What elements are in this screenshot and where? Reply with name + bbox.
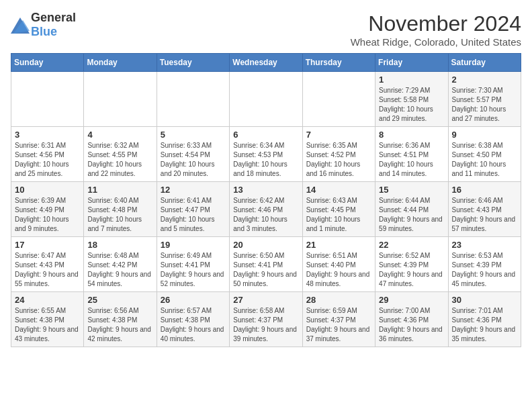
day-number: 12	[161, 185, 226, 195]
calendar-cell	[84, 72, 157, 127]
day-number: 23	[452, 240, 517, 250]
calendar-cell: 27Sunrise: 6:58 AM Sunset: 4:37 PM Dayli…	[230, 292, 302, 347]
day-number: 7	[306, 130, 371, 140]
cell-content: Sunrise: 7:30 AM Sunset: 5:57 PM Dayligh…	[452, 86, 517, 124]
calendar-cell: 9Sunrise: 6:38 AM Sunset: 4:50 PM Daylig…	[448, 127, 521, 182]
location: Wheat Ridge, Colorado, United States	[351, 36, 521, 48]
day-number: 4	[87, 130, 152, 140]
cell-content: Sunrise: 6:50 AM Sunset: 4:41 PM Dayligh…	[233, 251, 298, 289]
cell-content: Sunrise: 6:57 AM Sunset: 4:38 PM Dayligh…	[161, 306, 226, 344]
cell-content: Sunrise: 6:53 AM Sunset: 4:39 PM Dayligh…	[452, 251, 517, 289]
logo-general: General	[31, 11, 76, 24]
month-title: November 2024	[351, 11, 521, 36]
calendar-cell: 23Sunrise: 6:53 AM Sunset: 4:39 PM Dayli…	[448, 237, 521, 292]
cell-content: Sunrise: 6:32 AM Sunset: 4:55 PM Dayligh…	[87, 141, 152, 179]
cell-content: Sunrise: 6:48 AM Sunset: 4:42 PM Dayligh…	[87, 251, 152, 289]
day-number: 28	[306, 295, 371, 305]
calendar-cell: 7Sunrise: 6:35 AM Sunset: 4:52 PM Daylig…	[302, 127, 375, 182]
calendar-cell: 4Sunrise: 6:32 AM Sunset: 4:55 PM Daylig…	[84, 127, 157, 182]
day-number: 10	[15, 185, 80, 195]
cell-content: Sunrise: 6:42 AM Sunset: 4:46 PM Dayligh…	[233, 196, 298, 234]
day-number: 3	[15, 130, 80, 140]
calendar-cell: 6Sunrise: 6:34 AM Sunset: 4:53 PM Daylig…	[230, 127, 302, 182]
cell-content: Sunrise: 7:00 AM Sunset: 4:36 PM Dayligh…	[379, 306, 444, 344]
cell-content: Sunrise: 6:33 AM Sunset: 4:54 PM Dayligh…	[161, 141, 226, 179]
calendar-cell: 1Sunrise: 7:29 AM Sunset: 5:58 PM Daylig…	[375, 72, 448, 127]
calendar-cell	[230, 72, 302, 127]
calendar-cell: 16Sunrise: 6:46 AM Sunset: 4:43 PM Dayli…	[448, 182, 521, 237]
calendar-cell: 2Sunrise: 7:30 AM Sunset: 5:57 PM Daylig…	[448, 72, 521, 127]
day-number: 18	[87, 240, 152, 250]
day-number: 20	[233, 240, 298, 250]
col-sunday: Sunday	[11, 54, 84, 72]
day-number: 13	[233, 185, 298, 195]
calendar-cell: 26Sunrise: 6:57 AM Sunset: 4:38 PM Dayli…	[157, 292, 229, 347]
day-number: 5	[161, 130, 226, 140]
day-number: 14	[306, 185, 371, 195]
cell-content: Sunrise: 6:58 AM Sunset: 4:37 PM Dayligh…	[233, 306, 298, 344]
cell-content: Sunrise: 6:55 AM Sunset: 4:38 PM Dayligh…	[15, 306, 80, 344]
calendar-cell: 29Sunrise: 7:00 AM Sunset: 4:36 PM Dayli…	[375, 292, 448, 347]
calendar-header: Sunday Monday Tuesday Wednesday Thursday…	[11, 54, 521, 72]
cell-content: Sunrise: 6:59 AM Sunset: 4:37 PM Dayligh…	[306, 306, 371, 344]
col-tuesday: Tuesday	[157, 54, 229, 72]
calendar-cell: 24Sunrise: 6:55 AM Sunset: 4:38 PM Dayli…	[11, 292, 84, 347]
day-number: 22	[379, 240, 444, 250]
calendar-cell: 13Sunrise: 6:42 AM Sunset: 4:46 PM Dayli…	[230, 182, 302, 237]
day-number: 25	[87, 295, 152, 305]
day-number: 19	[161, 240, 226, 250]
cell-content: Sunrise: 6:49 AM Sunset: 4:41 PM Dayligh…	[161, 251, 226, 289]
calendar-cell	[157, 72, 229, 127]
calendar-cell: 21Sunrise: 6:51 AM Sunset: 4:40 PM Dayli…	[302, 237, 375, 292]
calendar-cell: 17Sunrise: 6:47 AM Sunset: 4:43 PM Dayli…	[11, 237, 84, 292]
calendar-cell: 8Sunrise: 6:36 AM Sunset: 4:51 PM Daylig…	[375, 127, 448, 182]
cell-content: Sunrise: 6:41 AM Sunset: 4:47 PM Dayligh…	[161, 196, 226, 234]
calendar-cell	[11, 72, 84, 127]
calendar-cell: 30Sunrise: 7:01 AM Sunset: 4:36 PM Dayli…	[448, 292, 521, 347]
col-monday: Monday	[84, 54, 157, 72]
day-number: 8	[379, 130, 444, 140]
calendar-cell: 28Sunrise: 6:59 AM Sunset: 4:37 PM Dayli…	[302, 292, 375, 347]
logo-text: General Blue	[31, 11, 76, 39]
calendar-cell: 10Sunrise: 6:39 AM Sunset: 4:49 PM Dayli…	[11, 182, 84, 237]
calendar-cell: 20Sunrise: 6:50 AM Sunset: 4:41 PM Dayli…	[230, 237, 302, 292]
cell-content: Sunrise: 6:40 AM Sunset: 4:48 PM Dayligh…	[87, 196, 152, 234]
calendar-cell: 25Sunrise: 6:56 AM Sunset: 4:38 PM Dayli…	[84, 292, 157, 347]
title-area: November 2024 Wheat Ridge, Colorado, Uni…	[351, 11, 521, 48]
day-number: 9	[452, 130, 517, 140]
day-number: 29	[379, 295, 444, 305]
day-number: 11	[87, 185, 152, 195]
cell-content: Sunrise: 7:29 AM Sunset: 5:58 PM Dayligh…	[379, 86, 444, 124]
day-number: 2	[452, 75, 517, 85]
day-number: 21	[306, 240, 371, 250]
cell-content: Sunrise: 6:39 AM Sunset: 4:49 PM Dayligh…	[15, 196, 80, 234]
logo-blue: Blue	[31, 25, 57, 38]
calendar-cell: 12Sunrise: 6:41 AM Sunset: 4:47 PM Dayli…	[157, 182, 229, 237]
cell-content: Sunrise: 6:34 AM Sunset: 4:53 PM Dayligh…	[233, 141, 298, 179]
col-thursday: Thursday	[302, 54, 375, 72]
cell-content: Sunrise: 6:35 AM Sunset: 4:52 PM Dayligh…	[306, 141, 371, 179]
day-number: 6	[233, 130, 298, 140]
calendar-cell: 14Sunrise: 6:43 AM Sunset: 4:45 PM Dayli…	[302, 182, 375, 237]
calendar-cell: 15Sunrise: 6:44 AM Sunset: 4:44 PM Dayli…	[375, 182, 448, 237]
calendar-table: Sunday Monday Tuesday Wednesday Thursday…	[11, 53, 521, 347]
calendar-cell: 18Sunrise: 6:48 AM Sunset: 4:42 PM Dayli…	[84, 237, 157, 292]
calendar-body: 1Sunrise: 7:29 AM Sunset: 5:58 PM Daylig…	[11, 72, 521, 347]
cell-content: Sunrise: 6:38 AM Sunset: 4:50 PM Dayligh…	[452, 141, 517, 179]
cell-content: Sunrise: 6:44 AM Sunset: 4:44 PM Dayligh…	[379, 196, 444, 234]
calendar-cell: 22Sunrise: 6:52 AM Sunset: 4:39 PM Dayli…	[375, 237, 448, 292]
day-number: 1	[379, 75, 444, 85]
calendar-cell: 5Sunrise: 6:33 AM Sunset: 4:54 PM Daylig…	[157, 127, 229, 182]
cell-content: Sunrise: 6:31 AM Sunset: 4:56 PM Dayligh…	[15, 141, 80, 179]
cell-content: Sunrise: 7:01 AM Sunset: 4:36 PM Dayligh…	[452, 306, 517, 344]
calendar-cell: 19Sunrise: 6:49 AM Sunset: 4:41 PM Dayli…	[157, 237, 229, 292]
logo-icon	[11, 17, 30, 32]
cell-content: Sunrise: 6:56 AM Sunset: 4:38 PM Dayligh…	[87, 306, 152, 344]
cell-content: Sunrise: 6:52 AM Sunset: 4:39 PM Dayligh…	[379, 251, 444, 289]
cell-content: Sunrise: 6:51 AM Sunset: 4:40 PM Dayligh…	[306, 251, 371, 289]
col-wednesday: Wednesday	[230, 54, 302, 72]
cell-content: Sunrise: 6:36 AM Sunset: 4:51 PM Dayligh…	[379, 141, 444, 179]
day-number: 27	[233, 295, 298, 305]
cell-content: Sunrise: 6:46 AM Sunset: 4:43 PM Dayligh…	[452, 196, 517, 234]
day-number: 30	[452, 295, 517, 305]
